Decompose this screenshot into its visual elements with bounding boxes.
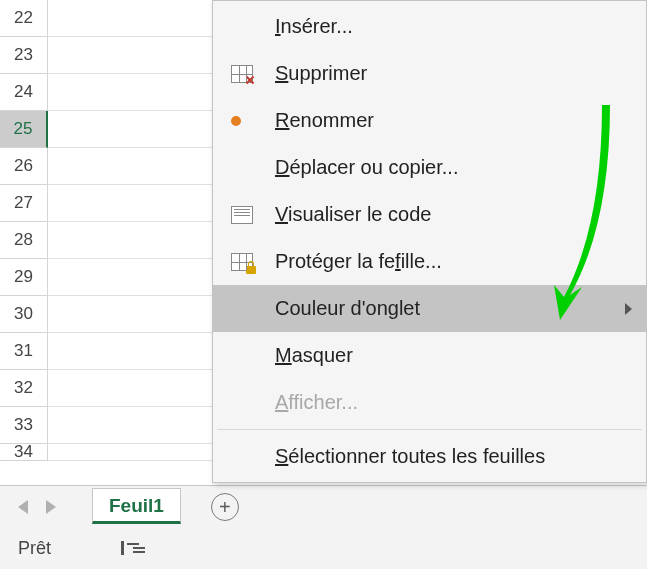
menu-rename[interactable]: Renommer [213,97,646,144]
view-code-icon [231,206,253,224]
row-header[interactable]: 34 [0,444,48,461]
delete-sheet-icon [231,65,253,83]
scroll-tabs-left-icon[interactable] [18,500,28,514]
submenu-arrow-icon [625,303,632,315]
row-header[interactable]: 31 [0,333,48,370]
status-bar: Prêt [0,527,647,569]
row-header[interactable]: 30 [0,296,48,333]
row-header[interactable]: 23 [0,37,48,74]
row-header-active[interactable]: 25 [0,111,48,148]
row-header[interactable]: 24 [0,74,48,111]
sheet-context-menu: Insérer... Supprimer Renommer Déplacer o… [212,0,647,483]
menu-hide[interactable]: Masquer [213,332,646,379]
new-sheet-button[interactable]: + [211,493,239,521]
rename-icon [231,116,241,126]
macro-record-icon[interactable] [121,541,139,555]
menu-protect-sheet[interactable]: Protéger la fefille... [213,238,646,285]
row-header[interactable]: 27 [0,185,48,222]
menu-select-all-sheets[interactable]: Sélectionner toutes les feuilles [213,433,646,480]
menu-separator [217,429,642,430]
row-header[interactable]: 28 [0,222,48,259]
sheet-tab-bar: Feuil1 + [0,485,647,527]
menu-view-code[interactable]: Visualiser le code [213,191,646,238]
row-header[interactable]: 32 [0,370,48,407]
menu-insert[interactable]: Insérer... [213,3,646,50]
row-header[interactable]: 26 [0,148,48,185]
menu-delete[interactable]: Supprimer [213,50,646,97]
sheet-tab[interactable]: Feuil1 [92,488,181,524]
row-header[interactable]: 33 [0,407,48,444]
protect-sheet-icon [231,253,253,271]
status-ready: Prêt [18,538,51,559]
row-headers: 22 23 24 25 26 27 28 29 30 31 32 33 34 [0,0,48,461]
menu-move-copy[interactable]: Déplacer ou copier... [213,144,646,191]
menu-unhide: Afficher... [213,379,646,426]
menu-tab-color[interactable]: Couleur d'onglet [213,285,646,332]
row-header[interactable]: 22 [0,0,48,37]
row-header[interactable]: 29 [0,259,48,296]
scroll-tabs-right-icon[interactable] [46,500,56,514]
